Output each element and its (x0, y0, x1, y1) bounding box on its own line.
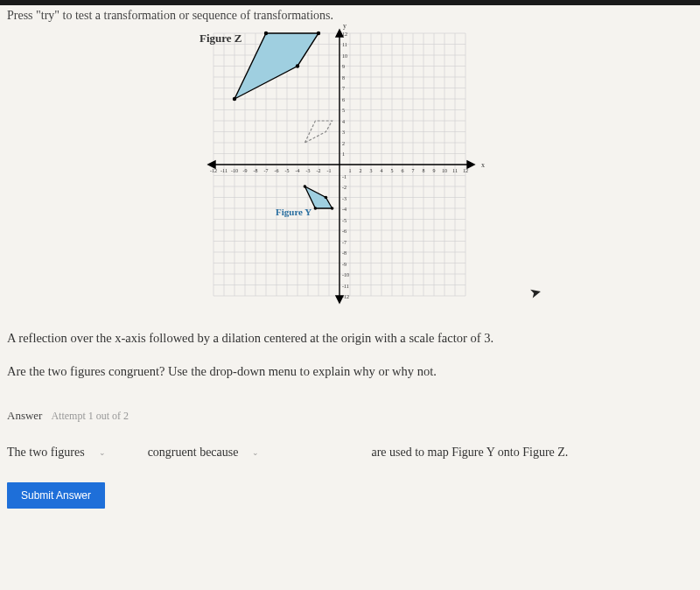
svg-text:-2: -2 (342, 185, 346, 190)
figure-z-label: Figure Z (200, 32, 242, 46)
sentence-part1: The two figures (7, 446, 85, 460)
svg-text:-6: -6 (342, 228, 346, 234)
svg-point-110 (331, 207, 334, 210)
y-axis-label: y (343, 25, 346, 30)
svg-text:9: 9 (433, 168, 436, 173)
svg-text:7: 7 (412, 168, 415, 173)
svg-text:8: 8 (342, 75, 345, 81)
svg-text:1: 1 (342, 151, 345, 157)
svg-text:12: 12 (342, 32, 347, 37)
svg-point-111 (325, 196, 328, 200)
svg-text:-4: -4 (342, 207, 346, 212)
svg-text:12: 12 (463, 168, 468, 173)
svg-text:-11: -11 (342, 284, 349, 289)
svg-text:1: 1 (349, 168, 352, 173)
svg-text:-8: -8 (342, 250, 346, 256)
svg-text:4: 4 (381, 168, 383, 173)
chevron-down-icon: ⌄ (252, 448, 259, 457)
dropdown-congruent[interactable]: ⌄ (90, 444, 143, 461)
svg-text:2: 2 (342, 141, 345, 146)
svg-text:-9: -9 (342, 262, 346, 267)
svg-point-109 (314, 207, 318, 210)
svg-point-105 (264, 32, 268, 35)
svg-text:3: 3 (342, 130, 345, 135)
svg-marker-52 (208, 161, 215, 168)
svg-text:8: 8 (423, 168, 425, 173)
svg-text:-1: -1 (342, 174, 346, 179)
svg-text:11: 11 (452, 168, 458, 173)
svg-text:-5: -5 (342, 218, 346, 223)
svg-text:7: 7 (342, 86, 345, 91)
transformation-description: A reflection over the x-axis followed by… (7, 329, 693, 348)
x-axis-label: x (481, 161, 485, 169)
dropdown-reason[interactable]: ⌄ (243, 444, 366, 461)
sentence-part2: congruent because (148, 446, 239, 460)
svg-text:9: 9 (342, 64, 345, 69)
svg-text:-12: -12 (342, 294, 349, 299)
svg-text:-10: -10 (231, 168, 238, 173)
sentence-part3: are used to map Figure Y onto Figure Z. (371, 446, 568, 460)
svg-text:-7: -7 (342, 240, 346, 245)
question-text: Are the two figures congruent? Use the d… (7, 364, 693, 379)
instruction-text: Press "try" to test a transformation or … (7, 9, 693, 23)
svg-point-106 (317, 32, 320, 35)
svg-point-108 (304, 185, 307, 188)
svg-text:-5: -5 (285, 168, 290, 173)
attempt-label: Attempt 1 out of 2 (51, 410, 129, 422)
coordinate-graph: y x 121110987654321 -1-2-3-4-5-6-7-8-9-1… (192, 25, 508, 313)
svg-text:-2: -2 (317, 168, 321, 173)
svg-text:-3: -3 (306, 168, 311, 173)
answer-label: Answer (7, 409, 42, 422)
svg-text:-4: -4 (296, 168, 300, 173)
svg-text:-6: -6 (275, 168, 279, 173)
chevron-down-icon: ⌄ (99, 448, 106, 457)
svg-point-104 (233, 97, 236, 101)
graph-container: Figure Z y x 12111098 (7, 25, 693, 313)
svg-text:-12: -12 (210, 168, 217, 173)
svg-text:-7: -7 (264, 168, 269, 173)
answer-sentence: The two figures ⌄ congruent because ⌄ ar… (7, 444, 693, 461)
svg-text:-8: -8 (254, 168, 258, 173)
svg-text:2: 2 (360, 168, 362, 173)
submit-button[interactable]: Submit Answer (7, 482, 105, 509)
svg-text:10: 10 (342, 53, 347, 59)
svg-text:6: 6 (342, 97, 345, 102)
svg-text:5: 5 (391, 168, 394, 173)
svg-text:5: 5 (342, 108, 345, 113)
svg-text:10: 10 (442, 168, 447, 173)
svg-text:6: 6 (402, 168, 404, 173)
svg-marker-51 (467, 161, 474, 168)
svg-text:-3: -3 (342, 196, 346, 201)
svg-text:11: 11 (342, 42, 347, 47)
svg-text:-9: -9 (243, 168, 248, 173)
svg-point-107 (296, 64, 299, 67)
figure-y-label: Figure Y (276, 207, 312, 217)
svg-text:3: 3 (370, 168, 373, 173)
svg-text:-10: -10 (342, 272, 349, 277)
svg-text:-1: -1 (327, 168, 332, 173)
svg-text:4: 4 (342, 119, 345, 124)
svg-text:-11: -11 (220, 168, 228, 173)
